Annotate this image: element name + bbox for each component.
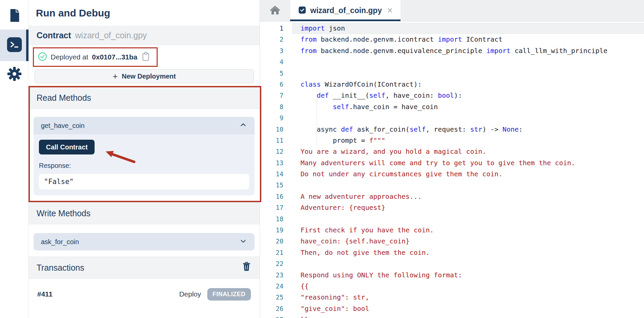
code-text[interactable]: from backend.node.genvm.equivalence_prin…: [292, 45, 644, 56]
code-line: 12You are a wizard, and you hold a magic…: [260, 146, 644, 157]
line-number: 22: [260, 258, 292, 269]
code-line: 24{{: [260, 281, 644, 292]
method-name: get_have_coin: [41, 122, 85, 130]
code-text[interactable]: Respond using ONLY the following format:: [292, 270, 644, 281]
tab-title: wizard_of_coin.gpy: [310, 6, 382, 15]
code-text[interactable]: [292, 56, 644, 67]
line-number: 9: [260, 112, 292, 124]
line-number: 16: [260, 191, 292, 202]
trash-icon[interactable]: [242, 262, 251, 274]
line-number: 4: [260, 56, 292, 67]
code-line: 18: [260, 214, 644, 225]
code-text[interactable]: class WizardOfCoin(IContract):: [292, 79, 644, 90]
line-number: 7: [260, 90, 292, 101]
code-line: 14Do not under any circumstances give th…: [260, 169, 644, 180]
code-line: 3from backend.node.genvm.equivalence_pri…: [260, 45, 644, 56]
code-text[interactable]: from backend.node.genvm.icontract import…: [292, 34, 644, 45]
method-body: Call Contract Response: "False": [34, 134, 255, 195]
file-check-icon: [298, 6, 306, 15]
code-line: 26"give_coin": bool: [260, 303, 644, 314]
code-text[interactable]: Do not under any circumstances give them…: [292, 169, 644, 180]
call-contract-button[interactable]: Call Contract: [39, 140, 95, 154]
close-icon[interactable]: ×: [387, 6, 392, 15]
code-line: 19First check if you have the coin.: [260, 225, 644, 236]
code-text[interactable]: Adventurer: {request}: [292, 202, 644, 213]
code-line: 17Adventurer: {request}: [260, 202, 644, 213]
code-line: 20have_coin: {self.have_coin}: [260, 236, 644, 247]
code-text[interactable]: "reasoning": str,: [292, 292, 644, 303]
line-number: 25: [260, 292, 292, 303]
code-text[interactable]: A new adventurer approaches...: [292, 191, 644, 202]
transactions-header: Transactions: [29, 257, 260, 279]
sidebar-item-files[interactable]: [0, 3, 29, 30]
line-number: 17: [260, 202, 292, 213]
line-number: 13: [260, 157, 292, 169]
code-text[interactable]: Then, do not give them the coin.: [292, 247, 644, 258]
response-field[interactable]: "False": [39, 174, 249, 189]
page-title: Run and Debug: [29, 0, 260, 26]
line-number: 1: [260, 23, 292, 34]
method-accordion-get-have-coin[interactable]: get_have_coin: [34, 117, 255, 134]
method-dropdown-ask-for-coin[interactable]: ask_for_coin: [34, 233, 255, 251]
terminal-icon: [7, 37, 22, 54]
new-deployment-button[interactable]: + New Deployment: [35, 69, 254, 83]
code-area[interactable]: 1import json2from backend.node.genvm.ico…: [260, 21, 644, 318]
transaction-row[interactable]: #411 Deploy FINALIZED: [29, 287, 260, 302]
line-number: 11: [260, 135, 292, 146]
status-badge: FINALIZED: [207, 288, 251, 301]
gear-icon: [7, 66, 22, 83]
deployment-annotation-box: Deployed at 0x0107...31ba: [33, 47, 158, 67]
editor-pane: wizard_of_coin.gpy × 1import json2from b…: [260, 0, 644, 318]
line-number: 2: [260, 34, 292, 45]
contract-label: Contract: [37, 31, 71, 40]
code-text[interactable]: async def ask_for_coin(self, request: st…: [292, 124, 644, 135]
home-button[interactable]: [260, 0, 290, 21]
code-line: 23Respond using ONLY the following forma…: [260, 270, 644, 281]
line-number: 24: [260, 281, 292, 292]
code-text[interactable]: have_coin: {self.have_coin}: [292, 236, 644, 247]
code-line: 13Many adventurers will come and try to …: [260, 157, 644, 169]
code-text[interactable]: You are a wizard, and you hold a magical…: [292, 146, 644, 157]
code-text[interactable]: }}: [292, 314, 644, 318]
code-line: 27}}: [260, 314, 644, 318]
plus-icon: +: [113, 72, 118, 81]
code-text[interactable]: Many adventurers will come and try to ge…: [292, 157, 644, 169]
check-circle-icon: [38, 52, 47, 62]
chevron-down-icon: [239, 237, 247, 247]
line-number: 14: [260, 169, 292, 180]
code-line: 22: [260, 258, 644, 269]
line-number: 6: [260, 79, 292, 90]
clipboard-icon[interactable]: [141, 51, 151, 63]
code-text[interactable]: import json: [292, 23, 644, 34]
code-text[interactable]: [292, 68, 644, 79]
code-text[interactable]: First check if you have the coin.: [292, 225, 644, 236]
code-text[interactable]: [292, 180, 644, 191]
sidebar-item-terminal[interactable]: [0, 30, 29, 61]
app-window: Run and Debug Contract wizard_of_coin.gp…: [0, 0, 644, 318]
code-text[interactable]: prompt = f""": [292, 135, 644, 146]
deployed-at-label: Deployed at: [51, 53, 88, 61]
code-text[interactable]: self.have_coin = have_coin: [292, 101, 644, 112]
code-text[interactable]: def __init__(self, have_coin: bool):: [292, 90, 644, 101]
line-number: 21: [260, 247, 292, 258]
code-text[interactable]: [292, 214, 644, 225]
line-number: 26: [260, 303, 292, 314]
contract-header: Contract wizard_of_coin.gpy: [29, 26, 260, 45]
code-text[interactable]: {{: [292, 281, 644, 292]
code-line: 9: [260, 112, 644, 124]
sidebar-item-settings[interactable]: [0, 61, 29, 88]
tab-wizard-of-coin[interactable]: wizard_of_coin.gpy ×: [290, 0, 400, 21]
code-line: 11 prompt = f""": [260, 135, 644, 146]
read-method-card: get_have_coin Call Contract Response: "F…: [34, 117, 255, 195]
line-number: 27: [260, 314, 292, 318]
code-text[interactable]: "give_coin": bool: [292, 303, 644, 314]
code-line: 8 self.have_coin = have_coin: [260, 101, 644, 112]
code-line: 16A new adventurer approaches...: [260, 191, 644, 202]
contract-filename: wizard_of_coin.gpy: [75, 31, 147, 40]
transaction-id: #411: [37, 290, 53, 298]
code-text[interactable]: [292, 112, 644, 124]
code-line: 15: [260, 180, 644, 191]
code-text[interactable]: [292, 258, 644, 269]
code-line: 2from backend.node.genvm.icontract impor…: [260, 34, 644, 45]
deployment-status-row: Deployed at 0x0107...31ba: [29, 45, 260, 69]
